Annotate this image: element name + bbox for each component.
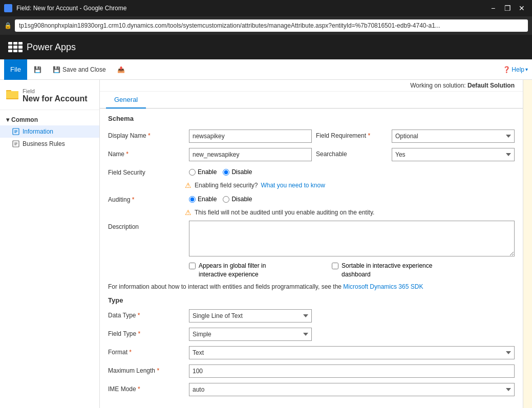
ime-mode-select[interactable]: autoactiveinactivedisabled <box>189 383 515 396</box>
app-header: Power Apps <box>0 35 532 59</box>
sortable-checkbox[interactable] <box>332 263 338 269</box>
help-chevron-icon: ▾ <box>525 67 528 72</box>
publish-icon: 📤 <box>117 66 125 73</box>
content-area: Working on solution: Default Solution Ge… <box>100 80 523 408</box>
name-label: Name * <box>108 148 185 158</box>
type-section-title: Type <box>108 296 515 304</box>
url-input[interactable] <box>15 19 528 32</box>
searchable-label: Searchable <box>316 148 388 158</box>
sdk-info: For information about how to interact wi… <box>108 283 515 290</box>
minimize-button[interactable]: − <box>487 3 499 13</box>
data-type-label: Data Type * <box>108 309 185 319</box>
field-security-radio-group: Enable Disable <box>189 166 252 176</box>
restore-button[interactable]: ❐ <box>501 3 514 13</box>
information-icon <box>12 128 19 135</box>
tab-bar: General <box>100 92 523 109</box>
field-security-row: Field Security Enable Disable <box>108 166 515 176</box>
address-bar: 🔒 <box>0 16 532 35</box>
close-button[interactable]: ✕ <box>516 3 528 13</box>
field-security-label: Field Security <box>108 166 185 176</box>
right-accent-panel <box>523 80 532 408</box>
entity-info: Field New for Account <box>23 88 88 103</box>
auditing-enable-radio[interactable]: Enable <box>189 196 217 203</box>
description-textarea[interactable] <box>189 221 515 256</box>
browser-icon <box>4 4 12 12</box>
name-row: Name * Searchable YesNo <box>108 148 515 161</box>
field-type-row: Field Type * SimpleCalculatedRollup <box>108 328 515 341</box>
format-label: Format * <box>108 346 185 356</box>
data-type-row: Data Type * Single Line of TextMultiple … <box>108 309 515 323</box>
field-security-enable-radio[interactable]: Enable <box>189 168 217 176</box>
main-container: Field New for Account ▾ Common Informati… <box>0 80 532 408</box>
field-security-link[interactable]: What you need to know <box>261 182 325 189</box>
entity-header: Field New for Account <box>0 84 99 110</box>
checkboxes-row: Appears in global filter in interactive … <box>108 262 515 279</box>
waffle-icon[interactable] <box>6 40 20 54</box>
entity-name: New for Account <box>23 94 88 103</box>
format-select[interactable]: TextEmailURLPhoneTicker Symbol <box>189 346 515 359</box>
schema-section-title: Schema <box>108 115 515 124</box>
sdk-link[interactable]: Microsoft Dynamics 365 SDK <box>343 283 423 290</box>
description-label: Description <box>108 221 185 230</box>
auditing-warning: ⚠ This field will not be audited until y… <box>108 208 515 217</box>
auditing-row: Auditing * Enable Disable <box>108 194 515 203</box>
format-row: Format * TextEmailURLPhoneTicker Symbol <box>108 346 515 359</box>
help-button[interactable]: ❓ Help ▾ <box>503 66 528 73</box>
sidebar-item-information[interactable]: Information <box>0 125 99 138</box>
max-length-row: Maximum Length * <box>108 364 515 378</box>
common-section-label: ▾ Common <box>0 114 99 125</box>
description-row: Description <box>108 221 515 256</box>
field-requirement-label: Field Requirement * <box>316 130 388 139</box>
save-icon: 💾 <box>34 66 41 73</box>
field-type-select[interactable]: SimpleCalculatedRollup <box>189 328 312 341</box>
field-security-warning: ⚠ Enabling field security? What you need… <box>108 181 515 189</box>
field-security-disable-radio[interactable]: Disable <box>223 168 252 176</box>
sortable-checkbox-field: Sortable in interactive experience dashb… <box>332 262 434 279</box>
ime-mode-row: IME Mode * autoactiveinactivedisabled <box>108 383 515 396</box>
save-close-button[interactable]: 💾 Save and Close <box>48 63 111 76</box>
toolbar: File 💾 💾 Save and Close 📤 ❓ Help ▾ <box>0 59 532 80</box>
publish-button[interactable]: 📤 <box>113 63 130 76</box>
data-type-select[interactable]: Single Line of TextMultiple Lines of Tex… <box>189 309 312 323</box>
warning-icon: ⚠ <box>185 181 191 189</box>
sidebar: Field New for Account ▾ Common Informati… <box>0 80 100 408</box>
save-button[interactable]: 💾 <box>29 63 46 76</box>
title-bar: Field: New for Account - Google Chrome −… <box>0 0 532 16</box>
business-rules-icon <box>12 140 19 147</box>
solution-bar: Working on solution: Default Solution <box>100 80 523 92</box>
file-button[interactable]: File <box>4 59 27 80</box>
auditing-label: Auditing * <box>108 194 185 203</box>
display-name-required: * <box>148 132 151 139</box>
searchable-select[interactable]: YesNo <box>392 148 515 161</box>
window-title: Field: New for Account - Google Chrome <box>16 5 126 12</box>
sidebar-item-business-rules[interactable]: Business Rules <box>0 138 99 150</box>
form-content: Schema Display Name * Field Requirement … <box>100 109 523 407</box>
max-length-label: Maximum Length * <box>108 364 185 374</box>
folder-icon <box>6 89 18 99</box>
ime-mode-label: IME Mode * <box>108 383 185 393</box>
entity-label: Field <box>23 88 88 94</box>
name-input[interactable] <box>189 148 312 161</box>
tab-general[interactable]: General <box>106 92 146 109</box>
app-title: Power Apps <box>27 42 76 53</box>
auditing-disable-radio[interactable]: Disable <box>223 196 252 203</box>
global-filter-checkbox[interactable] <box>189 263 196 269</box>
svg-rect-2 <box>6 91 18 98</box>
field-type-label: Field Type * <box>108 328 185 337</box>
field-requirement-select[interactable]: OptionalBusiness RecommendedBusiness Req… <box>392 130 515 143</box>
display-name-label: Display Name * <box>108 130 185 139</box>
display-name-input[interactable] <box>189 130 312 143</box>
save-close-icon: 💾 <box>53 66 60 73</box>
window-controls: − ❐ ✕ <box>487 3 528 13</box>
auditing-radio-group: Enable Disable <box>189 194 252 203</box>
display-name-row: Display Name * Field Requirement * Optio… <box>108 130 515 143</box>
lock-icon: 🔒 <box>4 22 12 29</box>
global-filter-checkbox-field: Appears in global filter in interactive … <box>189 262 291 279</box>
help-icon: ❓ <box>503 66 510 73</box>
chevron-icon: ▾ <box>6 116 9 123</box>
max-length-input[interactable] <box>189 364 515 378</box>
auditing-warning-icon: ⚠ <box>185 208 191 217</box>
